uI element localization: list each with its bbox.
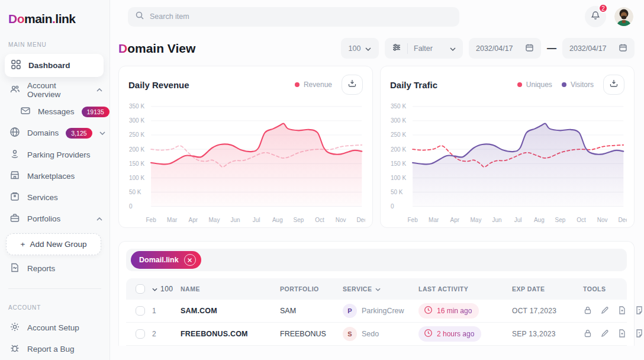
sidebar-item-reports[interactable]: Reports bbox=[0, 258, 110, 279]
sidebar: Domain.link MAIN MENU Dashboard Account … bbox=[0, 0, 110, 360]
clock-icon bbox=[424, 329, 433, 339]
service-avatar: P bbox=[343, 304, 357, 318]
svg-text:Apr: Apr bbox=[450, 217, 460, 223]
header-controls: 100 Falter 2032/04/17 — bbox=[341, 38, 635, 59]
chevron-down-icon bbox=[152, 285, 157, 293]
sidebar-item-services[interactable]: Services bbox=[0, 187, 110, 208]
svg-text:Oct: Oct bbox=[577, 217, 586, 223]
sidebar-item-report-a-bug[interactable]: Report a Bug bbox=[0, 339, 110, 360]
chart-legend: Revenue bbox=[295, 81, 332, 89]
legend-item-visitors[interactable]: Visitors bbox=[562, 81, 594, 89]
filter-dropdown[interactable]: Falter bbox=[385, 38, 463, 59]
notification-count-badge: 2 bbox=[598, 4, 608, 13]
select-all-checkbox[interactable] bbox=[136, 284, 145, 294]
file-add-icon[interactable] bbox=[617, 306, 627, 317]
svg-text:Sep: Sep bbox=[294, 217, 304, 223]
daily-traffic-chart: 350 K300 K250 K200 K150 K100 K50 K0FebMa… bbox=[390, 99, 627, 225]
row-checkbox[interactable] bbox=[136, 306, 145, 316]
edit-icon[interactable] bbox=[600, 306, 610, 317]
plus-icon: + bbox=[21, 240, 25, 249]
legend-item-uniques[interactable]: Uniques bbox=[517, 81, 552, 89]
calendar-icon bbox=[525, 43, 534, 54]
edit-icon[interactable] bbox=[600, 329, 610, 340]
add-new-group-button[interactable]: + Add New Group bbox=[6, 233, 101, 255]
table-row[interactable]: 2 FREEBONUS.COM FREEBONUS S Sedo 2 hours… bbox=[126, 323, 627, 346]
report-doc-icon bbox=[9, 262, 20, 275]
legend-dot bbox=[562, 82, 566, 87]
svg-text:100 K: 100 K bbox=[129, 175, 144, 181]
date-to-picker[interactable]: 2032/04/17 bbox=[562, 38, 635, 59]
svg-text:0: 0 bbox=[129, 203, 133, 210]
svg-text:150 K: 150 K bbox=[129, 160, 144, 167]
sidebar-item-parking-providers[interactable]: Parking Providers bbox=[0, 144, 110, 165]
file-add-icon[interactable] bbox=[617, 329, 627, 340]
date-from-picker[interactable]: 2032/04/17 bbox=[469, 38, 541, 59]
column-header-service[interactable]: SERVICE bbox=[343, 285, 418, 292]
page-size-select[interactable]: 100 bbox=[341, 38, 379, 59]
table-header-row: 100 NAME PORTFOLIO SERVICE LAST ACTIVITY… bbox=[126, 278, 627, 300]
daily-traffic-card: Daily Trafic Uniques Visitors bbox=[380, 66, 635, 228]
download-chart-button[interactable] bbox=[603, 75, 624, 95]
svg-text:Aug: Aug bbox=[272, 217, 283, 223]
domains-badge: 3,125 bbox=[66, 128, 92, 139]
charts-row: Daily Revenue Revenue 350 K300 K250 K200… bbox=[118, 66, 635, 228]
row-number: 1 bbox=[152, 307, 181, 315]
users-icon bbox=[9, 84, 20, 97]
daily-revenue-card: Daily Revenue Revenue 350 K300 K250 K200… bbox=[118, 66, 373, 228]
search-input[interactable] bbox=[150, 12, 452, 21]
lock-icon[interactable] bbox=[583, 329, 593, 340]
svg-text:50 K: 50 K bbox=[129, 189, 141, 195]
svg-text:150 K: 150 K bbox=[391, 160, 406, 167]
topbar: 2 bbox=[110, 0, 644, 33]
svg-text:250 K: 250 K bbox=[129, 131, 144, 138]
briefcase-icon bbox=[9, 213, 20, 225]
legend-item-revenue[interactable]: Revenue bbox=[295, 81, 332, 89]
sliders-icon bbox=[392, 43, 401, 54]
svg-text:Jul: Jul bbox=[253, 217, 260, 223]
search-bar[interactable] bbox=[128, 7, 459, 27]
page-title: Domain View bbox=[118, 41, 195, 56]
page-header: Domain View 100 Falter 2032/04/17 bbox=[118, 38, 635, 59]
close-icon[interactable] bbox=[184, 254, 196, 266]
search-icon bbox=[135, 11, 144, 22]
sidebar-item-account-overview[interactable]: Account Overview bbox=[0, 79, 110, 101]
filter-chip-domail-link[interactable]: Domail.link bbox=[131, 251, 201, 269]
svg-text:0: 0 bbox=[391, 203, 394, 210]
calendar-icon bbox=[619, 43, 627, 54]
svg-text:Nov: Nov bbox=[336, 217, 347, 223]
sidebar-item-domains[interactable]: Domains 3,125 bbox=[0, 123, 110, 144]
svg-text:May: May bbox=[209, 217, 221, 223]
svg-text:Dec: Dec bbox=[356, 217, 365, 223]
column-header-portfolio: PORTFOLIO bbox=[280, 285, 343, 292]
sidebar-item-messages[interactable]: Messages 19135 bbox=[0, 101, 110, 122]
file-export-icon[interactable] bbox=[635, 329, 644, 340]
download-icon bbox=[347, 79, 357, 91]
download-icon bbox=[609, 79, 619, 91]
account-section-label: ACCOUNT bbox=[0, 289, 110, 317]
last-activity-badge: 2 hours ago bbox=[418, 326, 481, 342]
svg-text:Dec: Dec bbox=[618, 217, 627, 223]
lock-icon[interactable] bbox=[583, 306, 593, 317]
row-checkbox[interactable] bbox=[136, 329, 145, 339]
service-avatar: S bbox=[343, 327, 357, 341]
download-chart-button[interactable] bbox=[342, 75, 363, 95]
sidebar-item-marketplaces[interactable]: Marketplaces bbox=[0, 165, 110, 187]
sidebar-item-dashboard[interactable]: Dashboard bbox=[5, 54, 104, 77]
svg-text:Feb: Feb bbox=[407, 217, 418, 223]
sidebar-item-portfolios[interactable]: Portfolios bbox=[0, 208, 110, 230]
notifications-button[interactable]: 2 bbox=[585, 6, 606, 27]
sidebar-item-account-setup[interactable]: Account Setup bbox=[0, 317, 110, 338]
user-avatar[interactable] bbox=[614, 7, 633, 26]
main-area: 2 Domain View 100 Falter bbox=[110, 0, 644, 360]
file-export-icon[interactable] bbox=[635, 306, 644, 317]
chevron-down-icon bbox=[365, 44, 371, 53]
legend-dot bbox=[295, 82, 300, 87]
table-row[interactable]: 1 SAM.COM SAM P ParkingCrew 16 min ago O… bbox=[126, 300, 627, 323]
domain-name: FREEBONUS.COM bbox=[181, 330, 280, 338]
svg-text:350 K: 350 K bbox=[391, 103, 406, 110]
bell-icon bbox=[590, 10, 601, 23]
svg-text:300 K: 300 K bbox=[129, 117, 144, 124]
svg-text:50 K: 50 K bbox=[391, 189, 403, 195]
column-header-last-activity: LAST ACTIVITY bbox=[418, 285, 512, 292]
select-count-dropdown[interactable]: 100 bbox=[152, 285, 181, 293]
